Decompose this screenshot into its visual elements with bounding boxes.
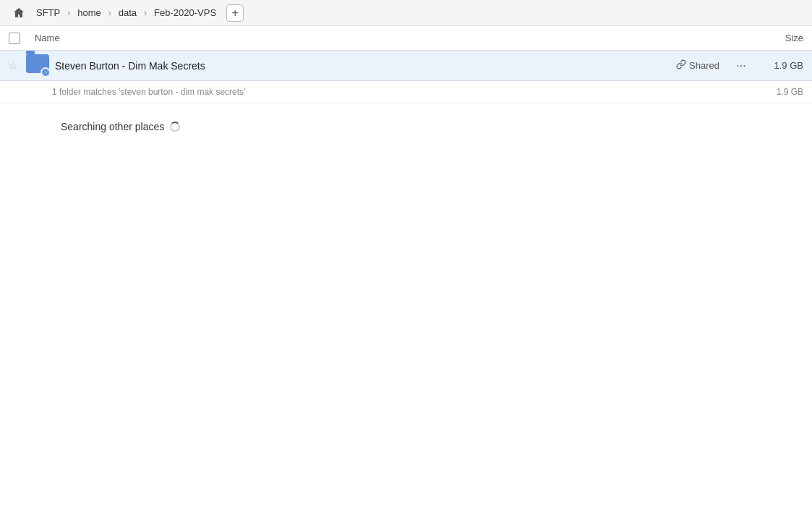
breadcrumb-data[interactable]: data [114, 6, 141, 20]
select-all-checkbox-col [9, 33, 35, 44]
breadcrumb-separator-2: › [108, 8, 111, 18]
searching-section: Searching other places [0, 103, 812, 141]
add-tab-button[interactable]: + [226, 4, 244, 22]
match-info-row: 1 folder matches 'steven burton - dim ma… [0, 81, 812, 103]
folder-icon-wrapper: 🔗 [26, 54, 49, 77]
file-name: Steven Burton - Dim Mak Secrets [55, 60, 676, 72]
shared-badge: Shared [676, 59, 719, 72]
size-column-header: Size [745, 33, 803, 43]
more-options-button[interactable]: ··· [731, 56, 751, 76]
name-column-header: Name [35, 33, 745, 43]
breadcrumb-separator-1: › [67, 8, 70, 18]
match-info-text: 1 folder matches 'steven burton - dim ma… [52, 87, 245, 97]
file-row[interactable]: ☆ 🔗 Steven Burton - Dim Mak Secrets Shar… [0, 51, 812, 81]
shared-link-icon [676, 59, 686, 72]
match-info-size: 1.9 GB [777, 87, 803, 97]
link-badge-icon: 🔗 [43, 69, 49, 75]
breadcrumb-separator-3: › [144, 8, 147, 18]
breadcrumb-feb2020vps[interactable]: Feb-2020-VPS [150, 6, 221, 20]
home-icon[interactable] [9, 3, 29, 23]
searching-spinner [170, 122, 180, 132]
shared-label: Shared [689, 60, 719, 71]
file-size: 1.9 GB [760, 60, 803, 71]
searching-label: Searching other places [61, 121, 164, 132]
breadcrumb-bar: SFTP › home › data › Feb-2020-VPS + [0, 0, 812, 26]
breadcrumb-home[interactable]: home [73, 6, 106, 20]
select-all-checkbox[interactable] [9, 33, 20, 44]
folder-badge: 🔗 [40, 67, 51, 77]
breadcrumb-sftp[interactable]: SFTP [32, 6, 64, 20]
column-headers: Name Size [0, 26, 812, 51]
star-icon[interactable]: ☆ [9, 60, 26, 72]
